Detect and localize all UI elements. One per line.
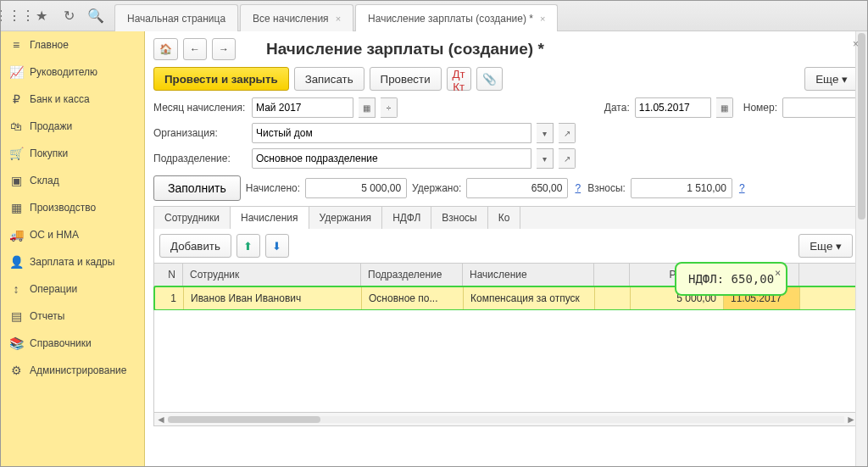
back-button[interactable]: ←: [183, 38, 207, 60]
tab-label: Все начисления: [253, 13, 329, 25]
history-icon[interactable]: ↻: [55, 4, 82, 28]
subtab-withholdings[interactable]: Удержания: [309, 207, 383, 229]
tab-accruals[interactable]: Все начисления×: [240, 4, 353, 31]
close-icon[interactable]: ×: [336, 14, 341, 24]
date-input[interactable]: [635, 97, 711, 118]
col-accrual[interactable]: Начисление: [463, 264, 594, 286]
ndfl-tooltip: × НДФЛ: 650,00: [675, 262, 787, 296]
chart-icon: 📈: [9, 65, 23, 79]
gear-icon: ⚙: [9, 364, 23, 377]
close-page-icon[interactable]: ×: [853, 38, 859, 50]
forward-button[interactable]: →: [212, 38, 236, 60]
sidebar-item-label: Отчеты: [30, 310, 64, 322]
cell-n: 1: [155, 287, 184, 309]
tab-label: Начисление зарплаты (создание) *: [368, 13, 533, 25]
col-blank[interactable]: [594, 264, 630, 286]
vertical-scrollbar[interactable]: [855, 31, 867, 466]
sidebar-item-sales[interactable]: 🛍Продажи: [1, 113, 144, 140]
sidebar-item-label: Зарплата и кадры: [30, 256, 114, 268]
sidebar-item-production[interactable]: ▦Производство: [1, 194, 144, 221]
tooltip-close-icon[interactable]: ×: [775, 267, 781, 279]
sidebar-item-manager[interactable]: 📈Руководителю: [1, 58, 144, 86]
close-icon[interactable]: ×: [540, 14, 545, 24]
star-icon[interactable]: ★: [28, 4, 55, 28]
subtab-ko[interactable]: Ко: [488, 207, 521, 229]
sidebar-item-assets[interactable]: 🚚ОС и НМА: [1, 221, 144, 248]
search-icon[interactable]: 🔍: [82, 4, 109, 28]
more-button[interactable]: Еще ▾: [804, 67, 859, 91]
subtab-employees[interactable]: Сотрудники: [154, 207, 231, 229]
sidebar-item-warehouse[interactable]: ▣Склад: [1, 167, 144, 194]
accrued-label: Начислено:: [246, 182, 300, 194]
post-button[interactable]: Провести: [370, 67, 442, 91]
tooltip-text: НДФЛ: 650,00: [688, 272, 774, 286]
help-withheld-link[interactable]: ?: [573, 182, 582, 194]
cell-department: Основное по...: [362, 287, 464, 309]
table-empty-area: [154, 310, 858, 412]
accrued-value: 5 000,00: [305, 178, 407, 198]
dropdown-icon[interactable]: ▾: [537, 148, 554, 169]
subtabs: Сотрудники Начисления Удержания НДФЛ Взн…: [153, 206, 859, 229]
sidebar-item-admin[interactable]: ⚙Администрирование: [1, 357, 144, 384]
sidebar-item-catalogs[interactable]: 📚Справочники: [1, 330, 144, 357]
sidebar-item-label: Справочники: [30, 337, 92, 349]
tab-start[interactable]: Начальная страница: [114, 4, 238, 31]
sidebar-item-purchases[interactable]: 🛒Покупки: [1, 140, 144, 167]
scroll-left-icon[interactable]: ◄: [154, 414, 168, 425]
table-more-button[interactable]: Еще ▾: [798, 234, 853, 258]
horizontal-scrollbar[interactable]: ◄ ►: [153, 413, 859, 426]
org-input[interactable]: [252, 123, 531, 143]
dep-input[interactable]: [252, 148, 531, 169]
number-label: Номер:: [743, 102, 777, 114]
sidebar-item-label: Покупки: [30, 147, 68, 159]
col-employee[interactable]: Сотрудник: [183, 264, 361, 286]
sidebar-item-label: Главное: [30, 39, 69, 51]
calendar-icon[interactable]: ▦: [716, 97, 733, 118]
sidebar-item-reports[interactable]: ▤Отчеты: [1, 303, 144, 330]
open-icon[interactable]: ↗: [559, 148, 576, 169]
month-label: Месяц начисления:: [153, 102, 247, 114]
cell-blank: [595, 287, 631, 309]
add-row-button[interactable]: Добавить: [159, 234, 231, 258]
sidebar-item-operations[interactable]: ↕Операции: [1, 275, 144, 303]
month-stepper[interactable]: ÷: [381, 97, 398, 118]
home-button[interactable]: 🏠: [153, 38, 178, 60]
subtab-accruals[interactable]: Начисления: [231, 207, 309, 229]
sidebar-item-bank[interactable]: ₽Банк и касса: [1, 86, 144, 113]
number-input[interactable]: [782, 97, 859, 118]
sidebar-item-label: Администрирование: [30, 364, 126, 376]
grid-icon: ▦: [9, 201, 23, 214]
report-icon: ▤: [9, 309, 23, 323]
sidebar: ≡Главное 📈Руководителю ₽Банк и касса 🛍Пр…: [1, 31, 145, 466]
sidebar-item-label: Склад: [30, 175, 59, 186]
sidebar-item-label: Банк и касса: [30, 93, 90, 105]
move-down-button[interactable]: ⬇: [265, 234, 289, 258]
cart-icon: 🛒: [9, 147, 23, 160]
truck-icon: 🚚: [9, 228, 23, 242]
contrib-value: 1 510,00: [631, 178, 732, 198]
fill-button[interactable]: Заполнить: [153, 175, 241, 201]
open-icon[interactable]: ↗: [559, 123, 576, 143]
tab-payroll-create[interactable]: Начисление зарплаты (создание) *×: [355, 4, 558, 31]
sidebar-item-salary[interactable]: 👤Зарплата и кадры: [1, 248, 144, 275]
movements-button[interactable]: ДтКт: [447, 67, 471, 91]
sidebar-item-label: Операции: [30, 283, 77, 295]
move-up-button[interactable]: ⬆: [236, 234, 260, 258]
help-contrib-link[interactable]: ?: [737, 182, 747, 194]
subtab-ndfl[interactable]: НДФЛ: [382, 207, 431, 229]
contrib-label: Взносы:: [587, 182, 626, 194]
col-n[interactable]: N: [154, 264, 183, 286]
apps-icon[interactable]: ⋮⋮⋮: [1, 4, 28, 28]
sidebar-item-main[interactable]: ≡Главное: [1, 31, 144, 58]
post-and-close-button[interactable]: Провести и закрыть: [153, 67, 289, 91]
cell-accrual: Компенсация за отпуск: [464, 287, 595, 309]
dropdown-icon[interactable]: ▾: [537, 123, 554, 143]
calendar-icon[interactable]: ▦: [359, 97, 376, 118]
month-input[interactable]: [252, 97, 353, 118]
sidebar-item-label: Производство: [30, 202, 96, 214]
col-department[interactable]: Подразделение: [361, 264, 463, 286]
attach-button[interactable]: 📎: [476, 67, 503, 91]
subtab-contrib[interactable]: Взносы: [431, 207, 487, 229]
sidebar-item-label: Руководителю: [30, 66, 97, 78]
write-button[interactable]: Записать: [294, 67, 364, 91]
